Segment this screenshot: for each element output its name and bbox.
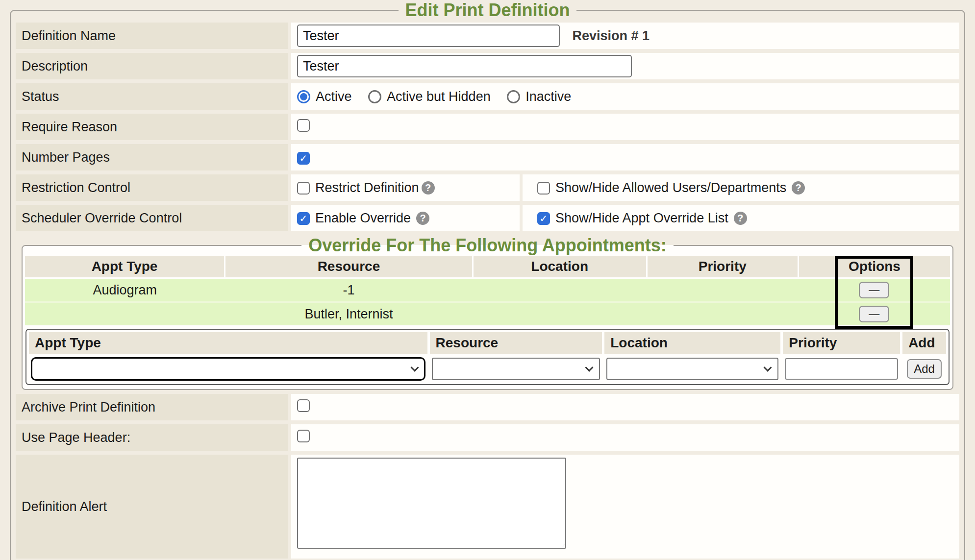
status-radio-inactive-label: Inactive [525, 89, 571, 104]
priority-input[interactable] [785, 358, 898, 380]
restriction-control-row: Restriction Control ✓ Restrict Definitio… [16, 174, 959, 201]
restrict-definition-help-icon[interactable]: ? [422, 181, 435, 195]
definition-name-row: Definition Name Revision # 1 [16, 23, 959, 49]
add-col-resource: Resource [430, 332, 602, 354]
definition-alert-row: Definition Alert [16, 455, 959, 559]
require-reason-row: Require Reason ✓ [16, 114, 959, 140]
page-title: Edit Print Definition [399, 0, 577, 21]
override-options-cell: — [799, 302, 950, 326]
status-row: Status Active Active but Hidden Inactive [16, 83, 959, 110]
number-pages-cell: ✓ [291, 144, 959, 170]
status-radio-active-but-hidden-label: Active but Hidden [387, 89, 491, 104]
definition-alert-cell [291, 455, 959, 559]
archive-label: Archive Print Definition [16, 394, 288, 420]
override-section-cell: Override For The Following Appointments:… [16, 235, 959, 390]
enable-override-label: Enable Override [315, 211, 411, 226]
add-location-cell [604, 356, 780, 382]
override-appt-type-value [25, 302, 225, 326]
checkmark-icon: ✓ [300, 153, 308, 163]
override-appt-type-value: Audiogram [25, 278, 225, 302]
status-label: Status [16, 83, 288, 110]
require-reason-label: Require Reason [16, 114, 288, 140]
status-radio-active[interactable] [297, 90, 310, 103]
override-location-value [473, 278, 647, 302]
number-pages-checkbox[interactable]: ✓ [297, 152, 310, 165]
location-select[interactable] [606, 358, 778, 380]
status-cell: Active Active but Hidden Inactive [291, 83, 959, 110]
definition-name-label: Definition Name [16, 23, 288, 49]
add-override-header-row: Appt Type Resource Location Priority Add [29, 332, 946, 354]
add-override-button[interactable]: Add [907, 359, 942, 379]
show-hide-appt-checkbox[interactable]: ✓ [537, 212, 550, 225]
override-appointments-table: Appt Type Resource Location Priority Opt… [25, 256, 950, 325]
add-priority-cell [783, 356, 900, 382]
require-reason-cell: ✓ [291, 114, 959, 140]
add-resource-cell [430, 356, 602, 382]
archive-cell: ✓ [291, 394, 959, 420]
description-label: Description [16, 53, 288, 79]
add-appt-type-cell [29, 356, 427, 382]
restrict-definition-cell: ✓ Restrict Definition ? [291, 174, 520, 201]
add-col-add: Add [902, 332, 946, 354]
show-hide-users-help-icon[interactable]: ? [792, 181, 805, 195]
override-col-appt-type: Appt Type [25, 256, 225, 278]
resource-select[interactable] [432, 358, 600, 380]
restriction-control-label: Restriction Control [16, 174, 288, 201]
override-section-row: Override For The Following Appointments:… [16, 235, 959, 390]
override-col-location: Location [473, 256, 647, 278]
override-table-wrap: Appt Type Resource Location Priority Opt… [25, 256, 950, 325]
archive-checkbox[interactable]: ✓ [297, 399, 310, 412]
override-resource-value: -1 [225, 278, 473, 302]
restrict-definition-checkbox[interactable]: ✓ [297, 182, 310, 195]
number-pages-label: Number Pages [16, 144, 288, 170]
edit-print-definition-fieldset: Edit Print Definition Definition Name Re… [10, 0, 965, 560]
enable-override-checkbox[interactable]: ✓ [297, 212, 310, 225]
add-col-priority: Priority [783, 332, 900, 354]
show-hide-users-label: Show/Hide Allowed Users/Departments [555, 180, 786, 195]
remove-override-button[interactable]: — [859, 306, 889, 322]
use-page-header-cell: ✓ [291, 424, 959, 451]
show-hide-users-checkbox[interactable]: ✓ [537, 182, 550, 195]
number-pages-row: Number Pages ✓ [16, 144, 959, 170]
archive-row: Archive Print Definition ✓ [16, 394, 959, 420]
show-hide-appt-help-icon[interactable]: ? [734, 212, 747, 225]
definition-name-cell: Revision # 1 [291, 23, 959, 49]
status-radio-active-but-hidden[interactable] [368, 90, 381, 103]
override-resource-value: Butler, Internist [225, 302, 473, 326]
override-col-resource: Resource [225, 256, 473, 278]
enable-override-help-icon[interactable]: ? [416, 212, 429, 225]
override-col-options: Options [799, 256, 950, 278]
scheduler-override-label: Scheduler Override Control [16, 205, 288, 231]
override-appointments-fieldset: Override For The Following Appointments:… [22, 235, 953, 390]
scheduler-override-row: Scheduler Override Control ✓ Enable Over… [16, 205, 959, 231]
appt-type-select[interactable] [31, 357, 425, 381]
description-cell [291, 53, 959, 79]
description-input[interactable] [297, 55, 632, 77]
override-priority-value [647, 278, 798, 302]
use-page-header-checkbox[interactable]: ✓ [297, 430, 310, 442]
add-col-location: Location [604, 332, 780, 354]
restrict-definition-label: Restrict Definition [315, 180, 419, 195]
show-hide-appt-cell: ✓ Show/Hide Appt Override List ? [523, 205, 959, 231]
use-page-header-row: Use Page Header: ✓ [16, 424, 959, 451]
checkmark-icon: ✓ [540, 214, 548, 223]
definition-name-input[interactable] [297, 24, 560, 47]
override-section-title: Override For The Following Appointments: [301, 235, 674, 256]
show-hide-appt-label: Show/Hide Appt Override List [555, 211, 728, 226]
use-page-header-label: Use Page Header: [16, 424, 288, 451]
status-radio-active-label: Active [316, 89, 352, 104]
show-hide-users-cell: ✓ Show/Hide Allowed Users/Departments ? [523, 174, 959, 201]
override-col-priority: Priority [647, 256, 798, 278]
definition-alert-textarea[interactable] [297, 458, 566, 549]
override-options-cell: — [799, 278, 950, 302]
add-override-table: Appt Type Resource Location Priority Add [25, 329, 950, 385]
edit-print-definition-page: Edit Print Definition Definition Name Re… [0, 0, 975, 560]
remove-override-button[interactable]: — [859, 282, 889, 298]
override-row-butler: Butler, Internist — [25, 302, 950, 326]
status-radio-inactive[interactable] [507, 90, 520, 103]
require-reason-checkbox[interactable]: ✓ [297, 119, 310, 132]
add-col-appt-type: Appt Type [29, 332, 427, 354]
revision-number: Revision # 1 [573, 28, 650, 43]
add-override-controls-row: Add [29, 356, 946, 382]
override-location-value [473, 302, 647, 326]
